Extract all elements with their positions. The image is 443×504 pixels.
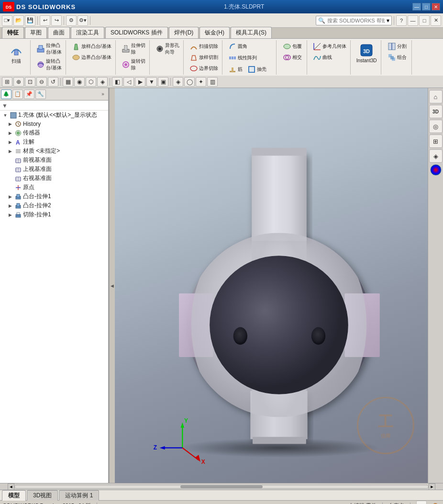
sweep-cut-button[interactable]: 扫描切除	[188, 41, 220, 52]
annotations-expand-icon[interactable]: ▶	[7, 139, 13, 146]
tree-item-front-plane[interactable]: ▶ 前视基准面	[0, 156, 108, 165]
linear-pattern-button[interactable]: 线性阵列	[226, 53, 259, 63]
vt-zoom-fit-button[interactable]: ⊡	[25, 77, 35, 87]
curves-button[interactable]: 曲线	[311, 52, 348, 63]
intersect-button[interactable]: 相交	[281, 52, 304, 63]
tab-render[interactable]: 渲染工具	[71, 27, 104, 38]
vt-realview-button[interactable]: ▼	[146, 77, 157, 87]
scroll-left-button[interactable]: ◄	[8, 483, 14, 490]
root-expand-icon[interactable]: ▼	[2, 112, 9, 119]
tab-weld[interactable]: 焊件(D)	[169, 27, 199, 38]
min-window-button[interactable]: —	[408, 15, 418, 26]
sweep-button[interactable]: 扫描	[7, 41, 26, 74]
tab-sketch[interactable]: 草图	[25, 27, 47, 38]
options-button[interactable]: ⚙▾	[78, 15, 88, 26]
boss-extrude1-expand-icon[interactable]: ▶	[7, 193, 13, 200]
instant3d-button[interactable]: 3D Instant3D	[355, 41, 378, 65]
tree-item-boss-extrude2[interactable]: ▶ 凸台-拉伸2	[0, 201, 108, 210]
tree-item-right-plane[interactable]: ▶ 右视基准面	[0, 174, 108, 183]
scroll-right-button[interactable]: ►	[429, 483, 435, 490]
tab-mold[interactable]: 模具工具(S)	[231, 27, 272, 38]
tab-sheetmetal[interactable]: 钣金(H)	[199, 27, 230, 38]
view-grid-button[interactable]: ⊞	[429, 134, 443, 148]
ribbon-more-button[interactable]	[414, 42, 423, 54]
tree-root-item[interactable]: ▼ 1.壳体 (默认<<默认>_显示状态	[0, 111, 108, 120]
boss-extrude2-expand-icon[interactable]: ▶	[7, 202, 13, 209]
view-zoom-button[interactable]: ◎	[429, 120, 443, 133]
help-button[interactable]: ?	[396, 15, 407, 26]
bottom-tab-model[interactable]: 模型	[2, 490, 26, 501]
scroll-track[interactable]	[14, 485, 429, 489]
tree-item-origin[interactable]: ▶ 原点	[0, 183, 108, 192]
vt-ambient-button[interactable]: ✦	[196, 77, 206, 87]
boundary-boss-button[interactable]: 边界凸台/基体	[70, 52, 113, 63]
vt-scene-button[interactable]: ▶	[135, 77, 145, 87]
bottom-tab-motion[interactable]: 运动算例 1	[59, 490, 99, 501]
close-button[interactable]: ✕	[432, 3, 440, 11]
panel-tab-property[interactable]: 📋	[12, 90, 23, 99]
sensors-expand-icon[interactable]: ▶	[7, 130, 13, 136]
minimize-button[interactable]: —	[412, 3, 421, 11]
view-home-button[interactable]: ⌂	[429, 90, 443, 103]
vt-display-mode-button[interactable]: ⬡	[86, 77, 96, 87]
combine-button[interactable]: 组合	[386, 52, 409, 63]
vt-camera-button[interactable]: ▣	[158, 77, 168, 87]
tab-surface[interactable]: 曲面	[48, 27, 70, 38]
loft-boss-button[interactable]: 放样凸台/基体	[70, 41, 113, 52]
search-input[interactable]	[327, 18, 385, 23]
vt-orientation-button[interactable]: ⊞	[2, 77, 12, 87]
panel-expand-button[interactable]: »	[99, 90, 107, 99]
status-help-button[interactable]: ?	[416, 501, 427, 504]
tree-item-annotations[interactable]: ▶ A 注解	[0, 137, 108, 146]
undo-button[interactable]: ↩	[40, 15, 50, 26]
loft-cut-button[interactable]: 放样切割	[188, 52, 220, 63]
vt-section-button[interactable]: ◉	[74, 77, 85, 87]
vt-hide-show-button[interactable]: ◈	[97, 77, 108, 87]
tab-plugins[interactable]: SOLIDWORKS 插件	[105, 27, 168, 38]
panel-tab-display[interactable]: 🔧	[35, 90, 46, 99]
hole-wizard-button[interactable]: 异形孔向导	[154, 41, 181, 56]
revolve-button[interactable]: 旋转凸台/基体	[34, 57, 64, 72]
search-box[interactable]: 🔍 ▾	[316, 16, 392, 25]
split-button[interactable]: 分割	[386, 41, 409, 52]
material-expand-icon[interactable]: ▶	[7, 148, 13, 155]
revolve-cut-button[interactable]: 旋转切除	[120, 57, 147, 72]
vt-lights-button[interactable]: ◁	[123, 77, 134, 87]
tree-item-history[interactable]: ▶ History	[0, 120, 108, 128]
tree-item-sensors[interactable]: ▶ 传感器	[0, 128, 108, 137]
boundary-cut-button[interactable]: 边界切除	[188, 63, 220, 74]
search-dropdown-icon[interactable]: ▾	[387, 17, 389, 24]
fillet-button[interactable]: 圆角	[226, 41, 249, 52]
rib-button[interactable]: 筋	[226, 64, 244, 75]
panel-tab-tree[interactable]: 🌲	[1, 90, 11, 99]
vt-standard-views-button[interactable]: ▦	[63, 77, 73, 87]
boss-extrude-button[interactable]: 拉伸凸台/基体	[34, 41, 64, 56]
scroll-thumb[interactable]	[180, 485, 263, 488]
new-button[interactable]: □▾	[2, 15, 12, 26]
cut-extrude1-expand-icon[interactable]: ▶	[7, 212, 13, 218]
horizontal-scrollbar[interactable]: ◄ ►	[0, 483, 443, 490]
vt-perspective-button[interactable]: ▥	[207, 77, 218, 87]
tree-item-cut-extrude1[interactable]: ▶ 切除-拉伸1	[0, 210, 108, 219]
tree-item-material[interactable]: ▶ 材质 <未指定>	[0, 146, 108, 156]
ref-geometry-button[interactable]: 参考几何体	[311, 41, 348, 52]
redo-button[interactable]: ↪	[51, 15, 62, 26]
max-window-button[interactable]: □	[419, 15, 430, 26]
panel-tab-configuration[interactable]: 📌	[24, 90, 34, 99]
shell-button[interactable]: 抽壳	[245, 64, 268, 75]
vt-rotate-button[interactable]: ↺	[48, 77, 58, 87]
vt-appearances-button[interactable]: ◧	[112, 77, 122, 87]
rebuild-button[interactable]: ⚙	[66, 15, 77, 26]
save-button[interactable]: 💾	[25, 15, 35, 26]
view-appearance-button[interactable]: ◈	[429, 149, 443, 163]
tree-item-top-plane[interactable]: ▶ 上视基准面	[0, 165, 108, 174]
viewport-3d[interactable]: Y Z X 工 佳师 ⌂ 3D ◎ ⊞ ◈	[115, 88, 443, 483]
tab-features[interactable]: 特征	[2, 27, 24, 38]
view-color-button[interactable]	[430, 164, 442, 176]
tree-item-boss-extrude1[interactable]: ▶ 凸台-拉伸1	[0, 192, 108, 201]
vt-shadows-button[interactable]: ◯	[184, 77, 195, 87]
maximize-button[interactable]: □	[422, 3, 431, 11]
extrude-cut-button[interactable]: 拉伸切除	[120, 41, 147, 56]
vt-zoom-real-button[interactable]: ⊖	[36, 77, 47, 87]
bottom-tab-3dview[interactable]: 3D视图	[27, 490, 58, 501]
